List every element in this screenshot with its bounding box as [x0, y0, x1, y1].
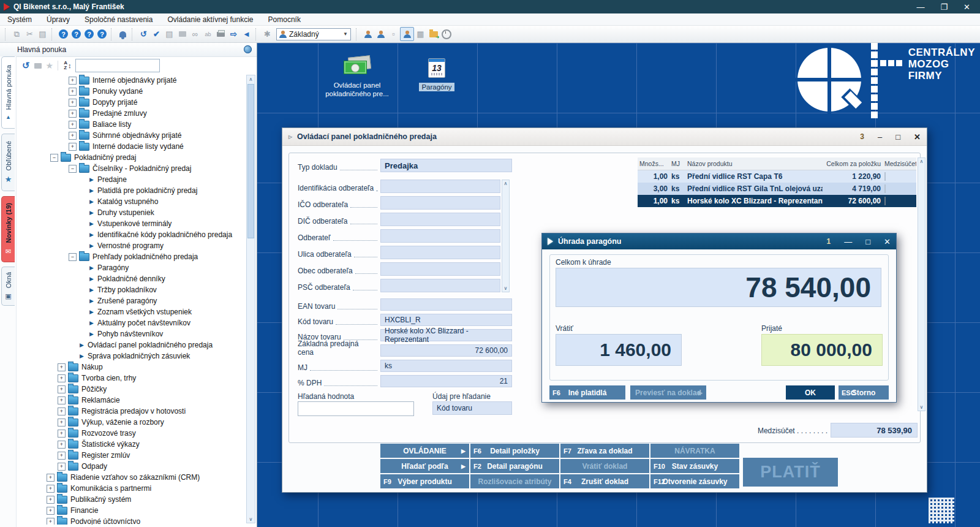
back-icon[interactable]: ◄ [240, 28, 253, 40]
help-assistant-icon[interactable] [96, 28, 108, 40]
tree-item[interactable]: ▶Identifikačné kódy pokladničného predaj… [16, 229, 246, 240]
profile-combobox[interactable]: Základný▼ [276, 28, 351, 40]
expand-plus-icon[interactable]: + [58, 396, 66, 404]
tree-item[interactable]: +Štatistické výkazy [16, 439, 246, 450]
tree-item[interactable]: −Pokladničný predaj [16, 152, 246, 163]
expand-plus-icon[interactable]: + [69, 110, 77, 118]
tree-item[interactable]: ▶Aktuálny počet návštevníkov [16, 317, 246, 328]
tree-item[interactable]: +Reklamácie [16, 395, 246, 406]
payment-button-ok[interactable]: OK [786, 385, 835, 400]
customer-field-input[interactable] [380, 180, 500, 193]
customer-field-input[interactable] [380, 229, 500, 243]
goods-field-input[interactable]: ks [380, 360, 512, 372]
menu-item-1[interactable]: Systém [7, 15, 32, 24]
tree-item[interactable]: ▶Platidlá pre pokladničný predaj [16, 185, 246, 196]
expand-plus-icon[interactable]: + [58, 452, 66, 460]
tree-filter-input[interactable] [75, 59, 160, 72]
scroll-down-icon[interactable]: ∨ [918, 404, 925, 411]
tree-item[interactable]: +Baliace listy [16, 119, 246, 130]
sidebar-tab-ob-ben-[interactable]: Obľúbené★ [1, 134, 15, 191]
expand-plus-icon[interactable]: + [69, 99, 77, 107]
help-form-icon[interactable] [70, 28, 83, 40]
customer-field-input[interactable] [380, 262, 500, 276]
minimize-icon[interactable]: — [844, 237, 852, 246]
goods-field-input[interactable] [380, 298, 512, 311]
minimize-icon[interactable]: – [878, 132, 882, 142]
copy-icon[interactable]: ⧉ [10, 28, 23, 40]
action-button-otvorenie-z-suvky[interactable]: F12Otvorenie zásuvky [650, 474, 739, 488]
checkbox[interactable] [884, 184, 886, 193]
tree-item[interactable]: ▶Pohyb návštevníkov [16, 328, 246, 339]
expand-plus-icon[interactable]: + [69, 143, 77, 151]
sidebar-tab-novinky-19-[interactable]: Novinky (19)✉ [1, 196, 15, 262]
tree-item[interactable]: ▶Paragóny [16, 262, 246, 273]
search-by-field[interactable]: Kód tovaru [432, 401, 512, 415]
doc-type-field[interactable]: Predajka [380, 159, 512, 172]
collapse-minus-icon[interactable]: − [50, 154, 58, 162]
scroll-up-icon[interactable]: ∧ [918, 158, 925, 165]
dialog-titlebar[interactable]: ▹ Ovládací panel pokladničného predaja 3… [282, 128, 927, 146]
menu-item-5[interactable]: Pomocník [268, 15, 301, 24]
notifications-icon[interactable] [116, 28, 129, 40]
tree-item[interactable]: +Ponuky vydané [16, 86, 246, 97]
scroll-up-icon[interactable]: ∧ [502, 180, 509, 187]
desktop-icon-paragony[interactable]: 13 Paragóny [398, 58, 476, 91]
user-admin-icon[interactable] [374, 28, 387, 40]
sidebar-tab-hlavn-ponuka[interactable]: Hlavná ponuka▲ [1, 56, 15, 129]
search-icon[interactable]: ∞ [189, 28, 202, 40]
favorite-star-icon[interactable]: ★ [46, 61, 54, 70]
checkbox[interactable] [884, 197, 886, 205]
checkbox[interactable] [884, 172, 886, 181]
tree-item[interactable]: ▶Katalóg vstupného [16, 196, 246, 207]
customer-field-input[interactable] [380, 213, 500, 226]
sort-az-icon[interactable]: AZ↕ [64, 61, 71, 70]
tree-item[interactable]: ▶Vstupenkové terminály [16, 218, 246, 229]
sidebar-tab-okn-[interactable]: Okná▣ [1, 267, 15, 306]
tree-item[interactable]: +Súhrnné objednávky prijaté [16, 130, 246, 141]
expand-plus-icon[interactable]: + [47, 507, 55, 515]
table-row[interactable]: 1,00ksPřední vidlice RST Capa T61 220,90 [638, 170, 916, 183]
screen-icon[interactable] [34, 63, 42, 69]
tree-item[interactable]: +Interné objednávky prijaté [16, 75, 246, 86]
expand-plus-icon[interactable]: + [47, 496, 55, 504]
goods-field-input[interactable]: Horské kolo XC Blizzard - Reprezentant [380, 329, 512, 341]
tree-item[interactable]: +Odpady [16, 461, 246, 472]
goods-field-input[interactable]: 21 [380, 375, 512, 387]
tree-item[interactable]: ▶Správa pokladničných zásuviek [16, 351, 246, 362]
tree-item[interactable]: ▶Vernostné programy [16, 240, 246, 251]
refresh-icon[interactable]: ↺ [22, 60, 30, 71]
expand-plus-icon[interactable]: + [69, 132, 77, 140]
expand-plus-icon[interactable]: + [58, 430, 66, 438]
tree-item[interactable]: +Registrácia predajov v hotovosti [16, 406, 246, 417]
action-button-detail-parag-nu[interactable]: F2Detail paragónu [470, 459, 559, 473]
user-active-icon[interactable] [400, 27, 414, 41]
tree-item[interactable]: −Prehľady pokladničného predaja [16, 251, 246, 262]
tree-item[interactable]: ▶Ovládací panel pokladničného predaja [16, 339, 246, 351]
expand-plus-icon[interactable]: + [69, 88, 77, 96]
tree-item[interactable]: ▶Pokladničné denníky [16, 273, 246, 284]
column-header[interactable]: Celkom za položku [823, 160, 883, 167]
column-header[interactable]: MJ [669, 160, 685, 167]
action-button-v-ber-produktu[interactable]: F9Výber produktu [380, 474, 469, 488]
customer-field-input[interactable] [380, 246, 500, 259]
close-icon[interactable]: ✕ [884, 237, 891, 246]
table-scrollbar[interactable]: ∧ ∨ [918, 157, 925, 411]
print-icon[interactable] [214, 28, 227, 40]
cut-icon[interactable]: ✂ [23, 28, 36, 40]
expand-plus-icon[interactable]: + [58, 363, 66, 371]
user-settings-icon[interactable] [361, 28, 374, 40]
expand-plus-icon[interactable]: + [58, 408, 66, 415]
goods-field-input[interactable]: HXCBLI_R [380, 314, 512, 326]
restore-icon[interactable]: ❐ [940, 2, 948, 12]
expand-plus-icon[interactable]: + [58, 374, 66, 382]
expand-plus-icon[interactable]: + [69, 77, 77, 85]
replace-icon[interactable]: ab [202, 28, 214, 40]
tree-item[interactable]: +Register zmlúv [16, 450, 246, 461]
expand-plus-icon[interactable]: + [58, 385, 66, 393]
menu-item-2[interactable]: Úpravy [47, 15, 70, 24]
settings-icon[interactable]: ✱ [261, 28, 274, 40]
confirm-icon[interactable]: ✔ [150, 28, 163, 40]
expand-plus-icon[interactable]: + [47, 474, 55, 482]
tree-item[interactable]: +Interné dodacie listy vydané [16, 141, 246, 152]
action-button-detail-polo-ky[interactable]: F6Detail položky [470, 444, 559, 458]
